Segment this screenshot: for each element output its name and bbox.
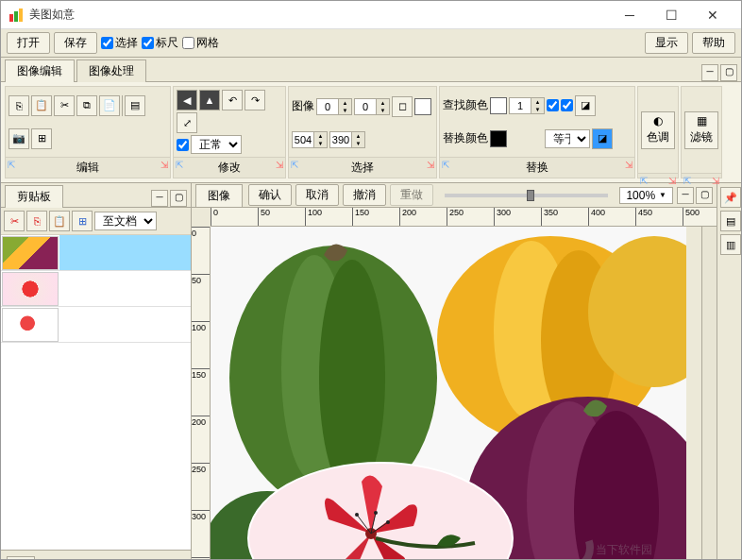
flip-v-icon[interactable]: ▲	[199, 90, 220, 110]
expand-br-icon[interactable]: ⇲	[427, 160, 434, 170]
clipboard-tab[interactable]: 剪贴板	[5, 185, 63, 208]
open-button[interactable]: 打开	[7, 32, 50, 54]
main-toolbar: 打开 保存 选择 标尺 网格 显示 帮助	[1, 29, 741, 58]
copy-icon[interactable]: ⎘	[8, 95, 29, 116]
window-maximize-button[interactable]: ☐	[650, 2, 692, 28]
help-button[interactable]: 帮助	[692, 32, 735, 54]
svg-rect-1	[14, 11, 18, 22]
cut-clip-icon[interactable]: ✂	[4, 211, 25, 231]
tab-image-edit[interactable]: 图像编辑	[5, 59, 75, 82]
panel1-icon[interactable]: ▤	[720, 211, 741, 231]
expand-br-icon[interactable]: ⇲	[276, 160, 283, 170]
paste-clip-icon[interactable]: 📋	[49, 211, 70, 231]
x-input[interactable]: ▲▼	[316, 98, 352, 115]
svg-point-18	[355, 513, 359, 517]
ruler-checkbox[interactable]: 标尺	[142, 35, 178, 51]
layers-icon[interactable]: ▤	[125, 95, 145, 116]
expand-br-icon[interactable]: ⇲	[160, 160, 168, 170]
rotate-cw-icon[interactable]: ↷	[245, 90, 265, 110]
expand-tl-icon[interactable]: ⇱	[683, 176, 691, 186]
expand-tl-icon[interactable]: ⇱	[291, 160, 298, 170]
apply-replace-icon[interactable]: ◪	[592, 128, 613, 149]
zoom-slider[interactable]	[445, 194, 608, 197]
canvas-min-button[interactable]: ─	[677, 187, 694, 204]
grid-clip-icon[interactable]: ⊞	[72, 211, 93, 231]
redo-button[interactable]: 重做	[390, 184, 433, 206]
camera-icon[interactable]: 📷	[8, 128, 29, 149]
grid-checkbox[interactable]: 网格	[182, 35, 219, 51]
paste-icon[interactable]: 📋	[31, 95, 52, 116]
display-button[interactable]: 显示	[645, 32, 688, 54]
canvas-image: 当下软件园 www.downxia.com	[211, 227, 686, 560]
tab-image-process[interactable]: 图像处理	[76, 59, 146, 82]
clipboard-item[interactable]	[1, 235, 191, 271]
select-checkbox[interactable]: 选择	[101, 35, 138, 51]
replace-check-2[interactable]	[561, 99, 573, 111]
clipboard-item[interactable]	[1, 307, 191, 343]
cut-icon[interactable]: ✂	[54, 95, 75, 116]
flip-h-icon[interactable]: ◀	[177, 90, 197, 110]
bg-color-swatch[interactable]	[414, 98, 431, 115]
save-button[interactable]: 保存	[54, 32, 97, 54]
clipboard-item[interactable]	[1, 271, 191, 307]
crop-icon[interactable]: ◻	[392, 96, 413, 117]
modify-check[interactable]	[177, 139, 189, 151]
pin-icon[interactable]: 📌	[720, 187, 741, 208]
cancel-button[interactable]: 取消	[295, 184, 339, 206]
sidebar-min-button[interactable]: ─	[151, 190, 168, 207]
duplicate-icon[interactable]: ⧉	[76, 95, 97, 116]
y-input[interactable]: ▲▼	[354, 98, 390, 115]
expand-br-icon[interactable]: ⇲	[625, 160, 632, 170]
expand-tl-icon[interactable]: ⇱	[8, 160, 15, 170]
window-titlebar: 美图如意 ─ ☐ ✕	[1, 1, 741, 29]
paste-special-icon[interactable]: 📄	[99, 95, 120, 116]
find-color-swatch[interactable]	[490, 97, 507, 114]
h-input[interactable]: ▲▼	[329, 131, 365, 148]
ribbon-section-filter: ▦滤镜 ⇱⇲	[681, 86, 722, 178]
ribbon-section-modify: ◀ ▲ ↶ ↷ ⤢ 正常 ⇱修改⇲	[173, 86, 286, 178]
image-label: 图像	[292, 98, 314, 114]
replace-check-1[interactable]	[547, 99, 559, 111]
rotate-ccw-icon[interactable]: ↶	[222, 90, 243, 110]
props-icon[interactable]: ⊞	[31, 128, 52, 149]
svg-rect-2	[19, 8, 23, 22]
canvas-area: 图像 确认 取消 撤消 重做 100%▼ ─▢ 0501001502002503…	[192, 183, 717, 560]
scrollbar-vertical[interactable]	[701, 227, 717, 560]
zoom-display[interactable]: 100%▼	[619, 187, 673, 204]
paste-target-select[interactable]: 至文档	[94, 212, 157, 230]
right-toolbar: 📌 ▤ ▥	[717, 183, 741, 560]
expand-tl-icon[interactable]: ⇱	[442, 160, 449, 170]
image-stage[interactable]: 当下软件园 www.downxia.com	[211, 227, 686, 560]
canvas-viewport[interactable]: 当下软件园 www.downxia.com	[211, 227, 701, 560]
ribbon-select-label: 选择	[351, 161, 374, 174]
window-close-button[interactable]: ✕	[692, 2, 734, 28]
blend-mode-select[interactable]: 正常	[191, 135, 242, 154]
find-color-label: 查找颜色	[443, 97, 488, 113]
ribbon-section-replace: 查找颜色 ▲▼ ◪ 替换颜色 等于 ◪ ⇱替换⇲	[439, 86, 635, 178]
replace-color-swatch[interactable]	[490, 130, 507, 147]
eyedropper-icon[interactable]: ◪	[575, 95, 596, 116]
tolerance-input[interactable]: ▲▼	[509, 97, 545, 114]
window-minimize-button[interactable]: ─	[609, 2, 650, 28]
filter-button[interactable]: ▦滤镜	[684, 111, 718, 149]
expand-br-icon[interactable]: ⇲	[712, 176, 719, 186]
svg-point-20	[374, 511, 378, 515]
expand-tl-icon[interactable]: ⇱	[176, 160, 183, 170]
canvas-max-button[interactable]: ▢	[696, 187, 713, 204]
copy-clip-icon[interactable]: ⎘	[26, 211, 47, 231]
panel-minimize-button[interactable]: ─	[701, 64, 718, 81]
compare-select[interactable]: 等于	[545, 129, 590, 148]
canvas-image-tab[interactable]: 图像	[195, 184, 243, 207]
w-input[interactable]: ▲▼	[292, 131, 328, 148]
tone-button[interactable]: ◐色调	[641, 111, 675, 149]
sidebar-close-button[interactable]: ▢	[170, 190, 187, 207]
resize-icon[interactable]: ⤢	[177, 112, 197, 133]
undo-button[interactable]: 撤消	[343, 184, 386, 206]
main-area: 剪贴板 ─▢ ✂ ⎘ 📋 ⊞ 至文档 图像 确认 取消 撤消 重做 100%▼	[1, 183, 741, 560]
shape-circle-button[interactable]	[7, 556, 35, 560]
expand-tl-icon[interactable]: ⇱	[640, 176, 648, 186]
expand-br-icon[interactable]: ⇲	[668, 176, 676, 186]
panel2-icon[interactable]: ▥	[720, 234, 741, 255]
confirm-button[interactable]: 确认	[248, 184, 292, 206]
panel-close-button[interactable]: ▢	[720, 64, 737, 81]
